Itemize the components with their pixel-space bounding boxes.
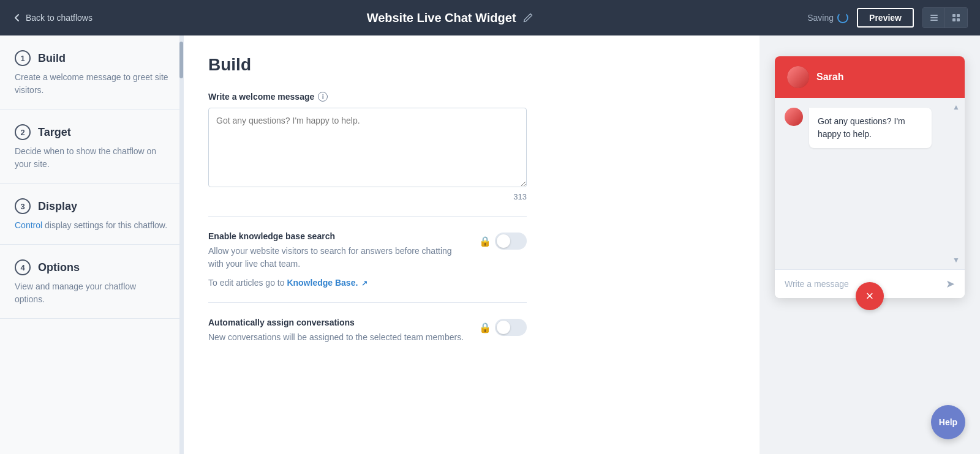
step3-badge: 3 — [15, 198, 31, 214]
chat-input[interactable]: Write a message — [785, 279, 849, 289]
back-to-chatflows-button[interactable]: Back to chatflows — [12, 13, 92, 23]
step2-title: Target — [38, 126, 71, 139]
svg-rect-4 — [957, 14, 960, 17]
chat-message-row: Got any questions? I'm happy to help. — [785, 108, 955, 148]
char-count: 313 — [208, 192, 527, 201]
step1-desc: Create a welcome message to greet site v… — [15, 71, 168, 97]
sidebar-item-display[interactable]: 3 Display Control display settings for t… — [0, 184, 183, 245]
assign-toggle-thumb — [497, 321, 510, 334]
content-area: Build Write a welcome message i 313 Enab… — [184, 35, 760, 454]
sidebar-scrollbar[interactable] — [179, 35, 183, 454]
knowledge-base-lock-icon: 🔒 — [479, 236, 491, 247]
assign-conversations-desc: New conversations will be assigned to th… — [208, 331, 469, 344]
avatar-image — [787, 66, 809, 88]
svg-rect-3 — [952, 14, 956, 17]
knowledge-base-info: Enable knowledge base search Allow your … — [208, 231, 469, 270]
svg-rect-6 — [957, 18, 960, 21]
back-arrow-icon — [12, 13, 22, 23]
sidebar: 1 Build Create a welcome message to gree… — [0, 35, 184, 454]
preview-panel: Sarah ▲ Got any questions? I'm happy to … — [760, 35, 980, 454]
step3-header: 3 Display — [15, 198, 168, 214]
nav-actions: Saving Preview — [807, 7, 968, 28]
welcome-message-label: Write a welcome message i — [208, 92, 735, 102]
chat-widget: Sarah ▲ Got any questions? I'm happy to … — [775, 56, 965, 298]
chat-close-button[interactable]: × — [856, 282, 884, 310]
step3-desc: Control display settings for this chatfl… — [15, 219, 168, 232]
assign-conversations-row: Automatically assign conversations New c… — [208, 318, 527, 344]
view-toggle-left[interactable] — [923, 8, 945, 28]
page-title-group: Website Live Chat Widget — [367, 11, 533, 25]
chat-header: Sarah — [775, 56, 965, 98]
step2-badge: 2 — [15, 124, 31, 140]
external-link-icon: ↗ — [361, 279, 368, 288]
step1-title: Build — [38, 52, 66, 65]
welcome-info-icon[interactable]: i — [318, 92, 328, 102]
sidebar-item-build[interactable]: 1 Build Create a welcome message to gree… — [0, 35, 183, 110]
message-avatar — [785, 108, 803, 126]
saving-status: Saving — [807, 12, 848, 23]
section-divider-2 — [208, 302, 527, 303]
sidebar-item-target[interactable]: 2 Target Decide when to show the chatflo… — [0, 110, 183, 184]
assign-conversations-info: Automatically assign conversations New c… — [208, 318, 469, 344]
svg-rect-0 — [930, 15, 938, 16]
grid-view-icon — [952, 13, 960, 22]
step4-title: Options — [38, 261, 80, 274]
step1-header: 1 Build — [15, 50, 168, 66]
saving-spinner — [837, 12, 848, 23]
help-fab[interactable]: Help — [931, 405, 965, 439]
send-icon[interactable]: ➤ — [946, 277, 955, 291]
svg-rect-1 — [930, 17, 938, 18]
assign-lock-icon: 🔒 — [479, 322, 491, 333]
toggle-thumb — [497, 234, 510, 248]
scroll-up-icon[interactable]: ▲ — [952, 103, 960, 111]
page-title: Website Live Chat Widget — [367, 11, 516, 25]
svg-rect-2 — [930, 20, 938, 21]
welcome-textarea[interactable] — [208, 108, 527, 187]
section-divider-1 — [208, 216, 527, 217]
knowledge-base-link[interactable]: Knowledge Base. ↗ — [287, 278, 368, 288]
chat-body: ▲ Got any questions? I'm happy to help. … — [775, 98, 965, 269]
knowledge-base-row: Enable knowledge base search Allow your … — [208, 231, 527, 270]
step4-desc: View and manage your chatflow options. — [15, 280, 168, 306]
top-navigation: Back to chatflows Website Live Chat Widg… — [0, 0, 980, 35]
scroll-down-icon[interactable]: ▼ — [952, 256, 960, 264]
edit-title-icon[interactable] — [522, 12, 533, 23]
step2-header: 2 Target — [15, 124, 168, 140]
list-view-icon — [930, 13, 938, 22]
chat-bubble: Got any questions? I'm happy to help. — [809, 108, 932, 148]
sidebar-item-options[interactable]: 4 Options View and manage your chatflow … — [0, 245, 183, 319]
view-toggle-right[interactable] — [945, 8, 967, 28]
assign-toggle-group: 🔒 — [479, 319, 527, 336]
step4-badge: 4 — [15, 259, 31, 275]
knowledge-base-title: Enable knowledge base search — [208, 231, 469, 241]
knowledge-base-toggle[interactable] — [495, 233, 527, 250]
step2-desc: Decide when to show the chatflow on your… — [15, 145, 168, 171]
view-toggle-group — [922, 7, 968, 28]
preview-button[interactable]: Preview — [857, 8, 914, 28]
step3-title: Display — [38, 200, 77, 213]
chat-agent-name: Sarah — [816, 72, 843, 83]
assign-conversations-title: Automatically assign conversations — [208, 318, 469, 327]
svg-rect-5 — [952, 18, 956, 21]
control-link[interactable]: Control — [15, 220, 42, 230]
knowledge-base-link-text: To edit articles go to Knowledge Base. ↗ — [208, 278, 735, 288]
scrollbar-thumb — [179, 42, 183, 78]
chat-agent-avatar — [787, 66, 809, 88]
main-layout: 1 Build Create a welcome message to gree… — [0, 35, 980, 454]
knowledge-base-toggle-group: 🔒 — [479, 233, 527, 250]
step4-header: 4 Options — [15, 259, 168, 275]
content-title: Build — [208, 55, 735, 75]
step1-badge: 1 — [15, 50, 31, 66]
assign-toggle[interactable] — [495, 319, 527, 336]
knowledge-base-desc: Allow your website visitors to search fo… — [208, 245, 469, 270]
